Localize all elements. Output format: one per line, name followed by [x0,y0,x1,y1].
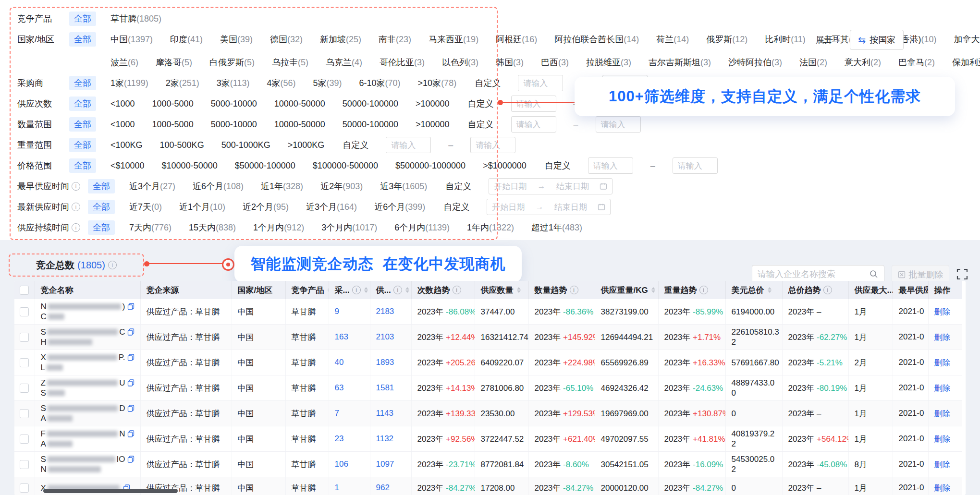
filter-all-chip[interactable]: 全部 [88,220,115,235]
filter-option[interactable]: 7天内(776) [129,222,172,233]
range-max-input[interactable]: 请输入 [673,157,718,174]
range-max-input[interactable]: 请输入 [470,137,515,153]
cell-buyers[interactable]: 106 [329,452,370,477]
cell-buyers[interactable]: 7 [329,401,370,426]
filter-option[interactable]: 10000-50000 [274,99,325,109]
info-icon[interactable]: i [352,286,361,294]
range-max-input[interactable]: 请输入 [596,116,641,133]
filter-option[interactable]: 1家(1199) [110,77,148,89]
cell-buyers[interactable]: 163 [329,325,370,350]
filter-option[interactable]: 马来西亚(19) [429,34,478,45]
filter-option[interactable]: >100000 [416,120,450,130]
copy-icon[interactable] [127,430,135,437]
fullscreen-icon[interactable] [956,268,968,280]
cell-supplies[interactable]: 2183 [370,299,411,325]
filter-option[interactable]: 5000-10000 [211,99,257,109]
info-icon[interactable]: i [108,261,117,269]
filter-option[interactable]: 近1个月(10) [179,201,225,213]
filter-all-chip[interactable]: 全部 [69,12,96,26]
filter-option[interactable]: 法国(2) [799,57,827,68]
row-checkbox[interactable] [20,358,29,367]
filter-option[interactable]: 3个月内(1017) [321,222,377,233]
column-header-buyers[interactable]: 采...i [329,281,370,299]
filter-all-chip[interactable]: 全部 [69,158,96,173]
column-header-product[interactable]: 竞争产品 [285,281,329,299]
cell-supplies[interactable]: 1132 [370,426,411,452]
delete-link[interactable]: 删除 [928,299,962,325]
filter-option[interactable]: 草甘膦(1805) [110,13,161,24]
filter-option[interactable]: 乌克兰(4) [326,57,362,68]
filter-option[interactable]: 近2个月(95) [243,201,289,213]
date-range-input[interactable]: 开始日期→结束日期 [487,199,611,215]
filter-option[interactable]: 100-500KG [160,140,204,150]
range-min-input[interactable]: 请输入 [511,96,556,112]
row-checkbox[interactable] [20,435,29,444]
filter-option[interactable]: 10000-50000 [274,120,325,130]
row-checkbox[interactable] [20,460,29,469]
filter-option[interactable]: $50000-100000 [235,161,295,171]
delete-link[interactable]: 删除 [928,452,962,477]
range-min-input[interactable]: 请输入 [511,116,556,133]
delete-link[interactable]: 删除 [928,401,962,426]
cell-buyers[interactable]: 9 [329,299,370,325]
info-icon[interactable]: i [72,203,80,211]
filter-option[interactable]: 5000-10000 [211,120,257,130]
custom-label[interactable]: 自定义 [443,201,469,213]
filter-option[interactable]: 巴拿马(2) [898,57,935,68]
row-checkbox[interactable] [20,483,29,493]
filter-all-chip[interactable]: 全部 [69,32,96,47]
filter-option[interactable]: 沙特阿拉伯(3) [728,57,782,68]
row-checkbox[interactable] [20,333,29,342]
range-min-input[interactable]: 请输入 [386,137,431,153]
custom-label[interactable]: 自定义 [468,119,494,130]
cell-buyers[interactable]: 40 [329,350,370,375]
sort-icon[interactable] [768,287,772,293]
cell-supplies[interactable]: 1097 [370,452,411,477]
copy-icon[interactable] [127,303,135,310]
copy-icon[interactable] [127,456,135,463]
cell-supplies[interactable]: 1893 [370,350,411,375]
filter-option[interactable]: 荷兰(14) [656,34,689,45]
filter-option[interactable]: 德国(32) [270,34,303,45]
filter-option[interactable]: $500000-1000000 [395,161,466,171]
filter-option[interactable]: 500-1000KG [221,140,270,150]
filter-option[interactable]: <1000 [110,99,135,109]
filter-option[interactable]: <1000 [110,120,135,130]
filter-option[interactable]: 近3个月(27) [129,181,175,192]
info-icon[interactable]: i [453,286,461,294]
filter-option[interactable]: >$1000000 [483,161,527,171]
filter-option[interactable]: 3家(113) [217,77,250,89]
filter-option[interactable]: 近6个月(399) [374,201,425,213]
cell-buyers[interactable]: 63 [329,375,370,401]
filter-option[interactable]: 近7天(0) [129,201,162,213]
filter-option[interactable]: 印度(41) [170,34,203,45]
search-icon[interactable] [869,269,879,279]
info-icon[interactable]: i [72,223,80,232]
group-by-country-button[interactable]: ⇆ 按国家 [850,30,904,50]
filter-option[interactable]: 新加坡(25) [320,34,361,45]
copy-icon[interactable] [127,379,135,386]
filter-option[interactable]: 南非(23) [379,34,411,45]
cell-buyers[interactable]: 23 [329,426,370,452]
filter-all-chip[interactable]: 全部 [88,200,115,214]
filter-all-chip[interactable]: 全部 [69,117,96,132]
filter-option[interactable]: 1000-5000 [152,99,194,109]
column-header-usd[interactable]: 美元总价 [725,281,782,299]
filter-option[interactable]: 巴西(3) [541,57,569,68]
filter-option[interactable]: 近6个月(108) [193,181,244,192]
filter-option[interactable]: 摩洛哥(5) [156,57,192,68]
row-checkbox[interactable] [20,409,29,418]
filter-option[interactable]: >10家(78) [418,77,457,89]
filter-option[interactable]: 1个月内(912) [253,222,304,233]
date-range-input[interactable]: 开始日期→结束日期 [489,178,612,194]
expand-button[interactable]: 展开 ∨ [816,34,840,46]
filter-option[interactable]: 4家(56) [267,77,295,89]
filter-option[interactable]: 乌拉圭(5) [272,57,308,68]
cell-supplies[interactable]: 1143 [370,401,411,426]
filter-option[interactable]: 保加利亚(2) [952,57,980,68]
delete-link[interactable]: 删除 [928,325,962,350]
filter-option[interactable]: 超过1年(483) [531,222,582,233]
delete-link[interactable]: 删除 [928,350,962,375]
cell-buyers[interactable]: 1 [329,477,370,495]
filter-option[interactable]: 阿根廷(16) [496,34,537,45]
